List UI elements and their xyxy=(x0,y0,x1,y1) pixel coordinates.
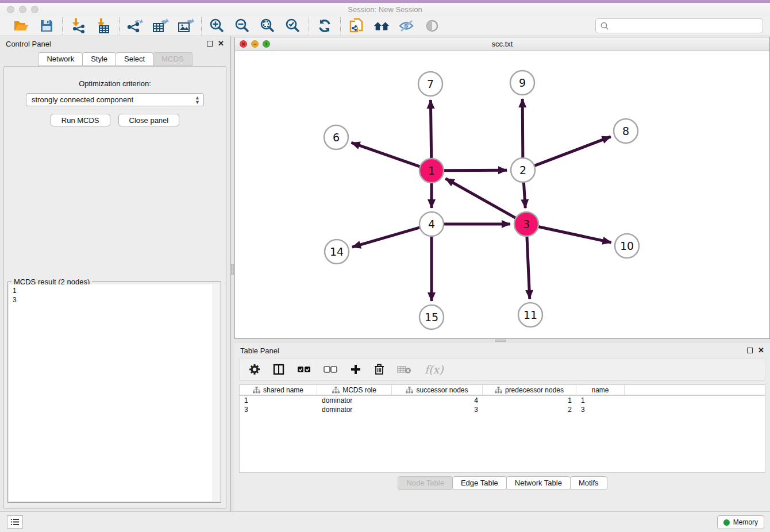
graph-edge-1-7[interactable] xyxy=(430,100,431,159)
graph-edge-4-14[interactable] xyxy=(352,228,420,247)
memory-button[interactable]: Memory xyxy=(717,515,764,529)
graph-node-label-15: 15 xyxy=(425,311,438,323)
graph-edge-3-10[interactable] xyxy=(538,226,611,242)
export-network-icon[interactable] xyxy=(126,17,144,34)
table-tabs: Node Table Edge Table Network Table Moti… xyxy=(234,476,770,490)
import-table-icon[interactable] xyxy=(95,17,112,34)
graph-node-label-1: 1 xyxy=(428,164,435,177)
open-file-icon[interactable] xyxy=(13,17,30,34)
criterion-select[interactable]: strongly connected component ▲▼ xyxy=(26,93,204,106)
close-panel-icon[interactable]: ✕ xyxy=(218,41,224,47)
import-network-icon[interactable] xyxy=(70,17,87,34)
column-header-successor-nodes[interactable]: successor nodes xyxy=(392,385,483,395)
unselect-all-columns-icon[interactable] xyxy=(324,365,337,374)
graph-edge-1-6[interactable] xyxy=(351,142,420,167)
close-panel-button[interactable]: Close panel xyxy=(118,114,180,126)
graph-node-label-8: 8 xyxy=(622,125,629,137)
column-header-name[interactable]: name xyxy=(576,385,625,395)
zoom-selected-icon[interactable] xyxy=(284,17,302,34)
delete-table-icon xyxy=(397,364,412,375)
result-scrollbar[interactable] xyxy=(213,284,220,501)
mcds-result-text[interactable]: 1 3 xyxy=(9,284,213,501)
show-columns-icon[interactable] xyxy=(273,364,284,375)
hide-selected-icon[interactable] xyxy=(398,17,415,34)
function-builder-icon: f(x) xyxy=(425,363,444,376)
graph-edge-2-3[interactable] xyxy=(523,182,525,208)
vertical-splitter[interactable] xyxy=(230,36,234,511)
save-session-icon[interactable] xyxy=(38,17,55,34)
tab-node-table[interactable]: Node Table xyxy=(398,476,453,490)
graph-edge-2-9[interactable] xyxy=(522,99,523,158)
network-graph[interactable]: 1234678910111415 xyxy=(235,51,769,338)
export-image-icon[interactable] xyxy=(177,17,194,34)
float-panel-icon[interactable] xyxy=(207,41,213,47)
zoom-in-icon[interactable] xyxy=(209,17,226,34)
graph-edge-1-2[interactable] xyxy=(444,170,507,171)
graph-edge-3-11[interactable] xyxy=(527,236,530,299)
splitter-grip[interactable] xyxy=(231,264,234,275)
splitter-grip[interactable] xyxy=(495,340,506,342)
network-canvas[interactable]: 1234678910111415 xyxy=(235,51,769,338)
select-all-columns-icon[interactable] xyxy=(297,365,311,374)
result-line: 1 xyxy=(13,286,209,295)
tab-style[interactable]: Style xyxy=(82,52,116,66)
graph-edge-2-8[interactable] xyxy=(534,137,611,166)
network-window-titlebar[interactable]: ✕ − + scc.txt xyxy=(235,37,769,51)
network-window: ✕ − + scc.txt 1234678910111415 xyxy=(234,37,770,339)
search-icon xyxy=(600,21,609,30)
graph-node-label-9: 9 xyxy=(519,76,526,89)
mcds-tab-content: Optimization criterion: strongly connect… xyxy=(3,66,226,509)
attribute-type-icon xyxy=(253,387,260,394)
graph-node-label-6: 6 xyxy=(333,131,340,144)
zoom-out-icon[interactable] xyxy=(234,17,251,34)
result-line: 3 xyxy=(13,295,209,304)
node-table[interactable]: shared name MCDS role successor nodes pr… xyxy=(239,384,765,473)
graph-node-label-11: 11 xyxy=(523,309,537,321)
main-toolbar xyxy=(0,16,770,36)
attribute-type-icon xyxy=(332,387,340,394)
tab-mcds[interactable]: MCDS xyxy=(153,52,192,66)
graph-node-label-2: 2 xyxy=(519,164,526,176)
graph-node-label-10: 10 xyxy=(620,240,634,252)
tab-motifs[interactable]: Motifs xyxy=(570,476,607,490)
delete-column-icon[interactable] xyxy=(374,364,384,375)
titlebar: Session: New Session xyxy=(0,3,770,16)
status-bar: Memory xyxy=(0,511,770,532)
optimization-criterion-label: Optimization criterion: xyxy=(4,79,226,88)
zoom-fit-icon[interactable] xyxy=(259,17,276,34)
criterion-value: strongly connected component xyxy=(32,95,133,104)
table-row[interactable]: 3 dominator 3 2 3 xyxy=(240,405,765,414)
network-window-title: scc.txt xyxy=(235,40,769,48)
column-header-shared-name[interactable]: shared name xyxy=(240,385,317,395)
search-box[interactable] xyxy=(595,18,763,33)
show-all-icon[interactable] xyxy=(424,17,441,34)
first-neighbors-icon[interactable] xyxy=(373,17,390,34)
create-column-icon[interactable] xyxy=(350,364,361,375)
tab-select[interactable]: Select xyxy=(116,52,153,66)
table-panel: Table Panel ✕ f(x) xyxy=(234,343,770,511)
graph-node-label-14: 14 xyxy=(330,245,344,258)
memory-label: Memory xyxy=(733,518,758,526)
duplicate-network-icon[interactable] xyxy=(348,17,365,34)
tab-network-table[interactable]: Network Table xyxy=(506,476,571,490)
tab-edge-table[interactable]: Edge Table xyxy=(452,476,507,490)
table-settings-gear-icon[interactable] xyxy=(249,364,260,375)
close-panel-icon[interactable]: ✕ xyxy=(758,348,764,353)
graph-edge-3-1[interactable] xyxy=(445,179,515,218)
export-table-icon[interactable] xyxy=(152,17,169,34)
control-panel: Control Panel ✕ Network Style Select MCD… xyxy=(0,36,230,511)
search-input[interactable] xyxy=(595,18,763,33)
run-mcds-button[interactable]: Run MCDS xyxy=(51,114,110,126)
control-panel-title: Control Panel xyxy=(6,40,51,48)
task-history-button[interactable] xyxy=(7,515,23,529)
table-row[interactable]: 1 dominator 4 1 1 xyxy=(240,396,765,405)
tab-network[interactable]: Network xyxy=(38,52,83,66)
attribute-type-icon xyxy=(495,387,502,394)
refresh-view-icon[interactable] xyxy=(316,17,333,34)
column-header-predecessor-nodes[interactable]: predecessor nodes xyxy=(483,385,576,395)
table-header-row[interactable]: shared name MCDS role successor nodes pr… xyxy=(240,385,765,396)
column-header-mcds-role[interactable]: MCDS role xyxy=(317,385,392,395)
float-panel-icon[interactable] xyxy=(747,348,753,353)
attribute-type-icon xyxy=(406,387,413,394)
horizontal-splitter[interactable] xyxy=(234,339,770,343)
